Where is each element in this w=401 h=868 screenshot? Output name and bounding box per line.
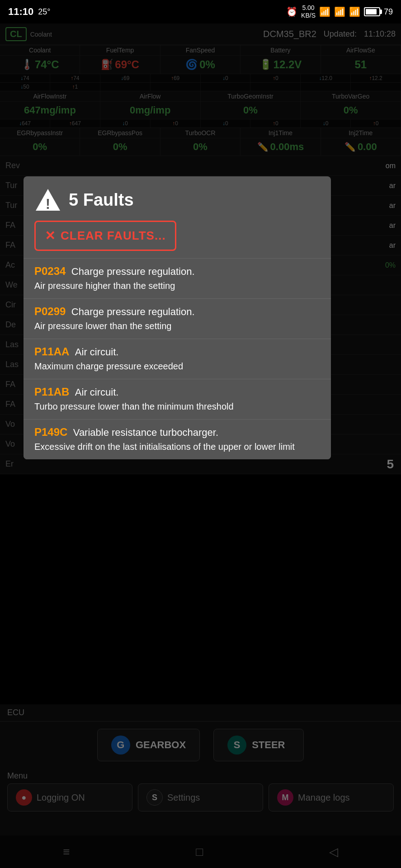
fault-item-4: P149C Variable resistance turbocharger. … xyxy=(24,419,331,459)
fault-list: P0234 Charge pressure regulation. Air pr… xyxy=(24,258,331,459)
wifi-icon: 📶 xyxy=(319,6,330,17)
fault-code-1: P0299 xyxy=(34,305,66,317)
fault-desc-main-0: Charge pressure regulation. xyxy=(71,266,195,277)
fault-item-1: P0299 Charge pressure regulation. Air pr… xyxy=(24,298,331,339)
fault-desc-sub-0: Air pressure higher than the setting xyxy=(34,279,320,292)
clear-faults-label: CLEAR FAULTS... xyxy=(61,229,166,243)
fault-code-0: P0234 xyxy=(34,265,66,277)
clear-x-icon: ✕ xyxy=(45,228,55,243)
battery-icon xyxy=(364,7,380,16)
fault-desc-sub-2: Maximum charge pressure exceeded xyxy=(34,360,320,373)
fault-desc-main-3: Air circuit. xyxy=(75,387,119,398)
fault-desc-main-2: Air circuit. xyxy=(75,346,119,358)
fault-item-0: P0234 Charge pressure regulation. Air pr… xyxy=(24,258,331,298)
signal-icon: 📶 xyxy=(334,6,345,17)
status-bar: 11:10 25° ⏰ 5.00KB/S 📶 📶 📶 79 xyxy=(0,0,401,24)
clear-faults-button[interactable]: ✕ CLEAR FAULTS... xyxy=(34,221,176,251)
svg-text:!: ! xyxy=(46,196,50,212)
fault-item-3: P11AB Air circuit. Turbo pressure lower … xyxy=(24,379,331,419)
status-temp: 25° xyxy=(38,7,50,17)
fault-desc-sub-3: Turbo pressure lower than the minimum th… xyxy=(34,400,320,413)
fault-code-3: P11AB xyxy=(34,386,69,398)
network-speed: 5.00KB/S xyxy=(301,4,316,19)
signal-icon2: 📶 xyxy=(349,6,360,17)
fault-item-2: P11AA Air circuit. Maximum charge pressu… xyxy=(24,339,331,379)
warning-icon: ! xyxy=(34,186,61,213)
fault-desc-sub-4: Excessive drift on the last initialisati… xyxy=(34,440,320,453)
battery-level: 79 xyxy=(384,7,393,17)
fault-desc-sub-1: Air pressure lower than the setting xyxy=(34,320,320,332)
alarm-icon: ⏰ xyxy=(286,6,297,17)
fault-code-4: P149C xyxy=(34,426,67,438)
fault-desc-main-4: Variable resistance turbocharger. xyxy=(73,427,218,438)
fault-dialog: ! 5 Faults ✕ CLEAR FAULTS... P0234 Charg… xyxy=(24,176,331,459)
fault-desc-main-1: Charge pressure regulation. xyxy=(71,306,195,317)
fault-title: 5 Faults xyxy=(69,190,134,210)
fault-code-2: P11AA xyxy=(34,345,69,358)
fault-header: ! 5 Faults xyxy=(24,176,331,221)
status-time: 11:10 xyxy=(8,6,33,18)
